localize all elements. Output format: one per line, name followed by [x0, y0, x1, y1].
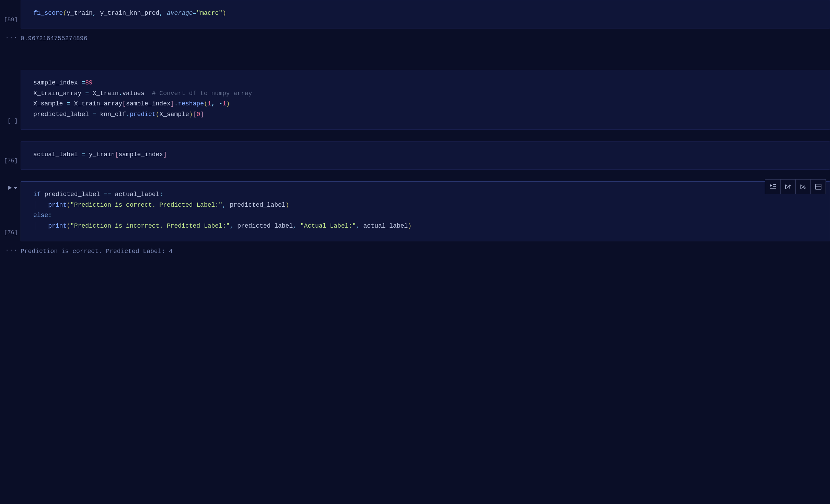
- execute-below-button[interactable]: [795, 180, 810, 194]
- code-editor[interactable]: f1_score(y_train, y_train_knn_pred, aver…: [21, 0, 830, 28]
- chevron-down-icon: [13, 185, 18, 190]
- output-gutter: ...: [0, 28, 21, 49]
- cell-sample: [ ] sample_index =89 X_train_array = X_t…: [0, 70, 830, 129]
- cell-59: [59] f1_score(y_train, y_train_knn_pred,…: [0, 0, 830, 28]
- code-editor[interactable]: if predicted_label == actual_label: │ pr…: [21, 181, 830, 241]
- cell-gutter: [59]: [0, 0, 21, 28]
- cell-output: 0.9672164755274896: [21, 28, 830, 49]
- execute-above-button[interactable]: [780, 180, 795, 194]
- run-by-line-button[interactable]: [765, 180, 780, 194]
- cell-gutter: [75]: [0, 141, 21, 170]
- run-cell-button[interactable]: [8, 185, 18, 228]
- exec-count: [ ]: [7, 116, 18, 126]
- cell-76-output-row: ... Prediction is correct. Predicted Lab…: [0, 241, 830, 262]
- split-cell-button[interactable]: [810, 180, 826, 194]
- cell-output: Prediction is correct. Predicted Label: …: [21, 241, 830, 262]
- play-icon: [8, 185, 12, 190]
- exec-count: [75]: [4, 156, 18, 166]
- cell-gutter: [76]: [0, 181, 21, 241]
- cell-59-output-row: ... 0.9672164755274896: [0, 28, 830, 49]
- output-indicator: ...: [5, 244, 18, 254]
- svg-marker-10: [9, 186, 12, 190]
- code-editor[interactable]: sample_index =89 X_train_array = X_train…: [21, 70, 830, 129]
- cell-gutter: [ ]: [0, 70, 21, 129]
- exec-count: [76]: [4, 228, 18, 238]
- output-indicator: ...: [5, 32, 18, 42]
- output-text: Prediction is correct. Predicted Label: …: [21, 246, 830, 257]
- cell-75: [75] actual_label = y_train[sample_index…: [0, 141, 830, 170]
- exec-count: [59]: [4, 15, 18, 25]
- svg-marker-6: [800, 185, 804, 189]
- cell-76: [76] if predicted_label == actual_label:…: [0, 181, 830, 241]
- output-gutter: ...: [0, 241, 21, 262]
- notebook: [59] f1_score(y_train, y_train_knn_pred,…: [0, 0, 830, 261]
- svg-marker-0: [770, 184, 772, 187]
- output-text: 0.9672164755274896: [21, 33, 830, 44]
- svg-marker-4: [785, 185, 788, 189]
- code-token: f1_score: [33, 10, 63, 16]
- code-editor[interactable]: actual_label = y_train[sample_index]: [21, 141, 830, 170]
